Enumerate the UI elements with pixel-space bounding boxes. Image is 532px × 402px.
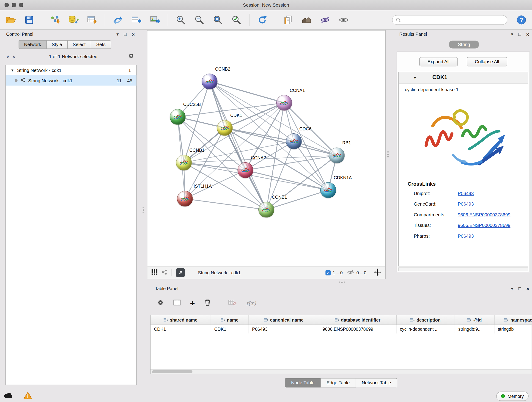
memory-button[interactable]: Memory — [496, 391, 529, 401]
tab-select[interactable]: Select — [68, 40, 91, 49]
network-node-ccna2[interactable] — [238, 162, 253, 178]
network-node-ccna1[interactable] — [276, 95, 292, 111]
panel-float-icon[interactable]: □ — [124, 32, 127, 37]
delete-table-icon[interactable] — [228, 299, 237, 307]
pan-crosshair-icon[interactable] — [374, 268, 381, 277]
network-node-cdkn1a[interactable] — [320, 182, 336, 198]
cell-name[interactable]: CDK1 — [211, 325, 249, 333]
tab-style[interactable]: Style — [46, 40, 68, 49]
warning-icon[interactable] — [23, 392, 32, 401]
panel-float-icon[interactable]: □ — [519, 32, 521, 37]
zoom-fit-button[interactable] — [212, 14, 224, 26]
zoom-in-button[interactable] — [175, 14, 187, 26]
tab-network[interactable]: Network — [19, 40, 46, 49]
cell-database-identifier[interactable]: 9606.ENSP00000378699 — [319, 325, 396, 333]
panel-menu-icon[interactable]: ▾ — [511, 286, 513, 291]
network-node-cdc25b[interactable] — [170, 109, 186, 125]
import-network-database-button[interactable] — [68, 14, 80, 26]
expand-all-button[interactable]: Expand All — [419, 57, 458, 66]
results-scrollbar[interactable] — [399, 268, 528, 271]
scrollbar-thumb[interactable] — [152, 370, 192, 374]
network-options-gear-icon[interactable] — [128, 53, 134, 60]
results-tab-string[interactable]: String — [449, 41, 479, 49]
zoom-out-button[interactable] — [194, 14, 205, 26]
apply-function-icon[interactable]: f(x) — [246, 300, 256, 307]
column-header[interactable]: database identifier — [319, 315, 396, 325]
column-header[interactable]: name — [211, 315, 249, 325]
import-table-file-button[interactable] — [86, 14, 98, 26]
table-row[interactable]: CDK1 CDK1 P06493 9606.ENSP00000378699 cy… — [151, 325, 532, 333]
panel-close-icon[interactable]: × — [526, 286, 529, 292]
apply-layout-button[interactable] — [256, 14, 268, 26]
network-node-ccnb1[interactable] — [176, 155, 192, 171]
open-session-button[interactable] — [5, 14, 17, 26]
collapse-entry-icon[interactable]: ▼ — [413, 76, 417, 80]
network-node-rb1[interactable] — [329, 148, 345, 163]
import-network-file-button[interactable] — [49, 14, 61, 26]
cell-shared-name[interactable]: CDK1 — [151, 325, 211, 333]
search-input[interactable] — [403, 17, 504, 22]
panel-menu-icon[interactable]: ▾ — [511, 32, 513, 37]
left-splitter-handle[interactable] — [142, 206, 145, 214]
tab-sets[interactable]: Sets — [91, 40, 111, 49]
crosslink-link[interactable]: P06493 — [458, 201, 474, 207]
panel-close-icon[interactable]: × — [132, 31, 135, 37]
grid-view-icon[interactable] — [152, 269, 158, 276]
column-header[interactable]: description — [396, 315, 455, 325]
panel-float-icon[interactable]: □ — [519, 286, 521, 291]
column-header[interactable]: shared name — [151, 315, 211, 325]
expand-all-icon[interactable]: ∨ — [6, 54, 9, 59]
column-header[interactable]: canonical name — [249, 315, 319, 325]
graphics-details-button[interactable] — [301, 14, 312, 26]
add-column-icon[interactable]: + — [190, 300, 195, 306]
column-header[interactable]: @id — [455, 315, 494, 325]
table-settings-gear-icon[interactable] — [157, 299, 164, 307]
crosslink-link[interactable]: 9606.ENSP00000378699 — [458, 212, 510, 217]
column-header[interactable]: namespac — [494, 315, 532, 325]
cell-namespace[interactable]: stringdb — [494, 325, 532, 333]
collapse-all-button[interactable]: Collapse All — [467, 57, 507, 66]
cloud-icon[interactable] — [3, 392, 13, 400]
right-splitter-handle[interactable] — [386, 151, 390, 158]
tab-node-table[interactable]: Node Table — [285, 378, 321, 388]
selected-checkbox-icon[interactable]: ✓ — [326, 270, 331, 275]
crosslink-link[interactable]: P06493 — [458, 191, 474, 196]
document-report-button[interactable] — [282, 14, 294, 26]
minimize-window-button[interactable] — [12, 3, 16, 7]
network-overview-icon[interactable] — [162, 269, 167, 276]
table-horizontal-scrollbar[interactable] — [151, 369, 532, 374]
bottom-splitter-handle[interactable] — [338, 281, 346, 284]
close-window-button[interactable] — [5, 3, 9, 7]
network-canvas[interactable]: CCNB2CCNA1CDC25BCDK1CDC6RB1CCNB1CCNA2CDK… — [147, 31, 385, 266]
cell-canonical-name[interactable]: P06493 — [249, 325, 319, 333]
help-button[interactable]: ? — [515, 14, 527, 26]
tab-edge-table[interactable]: Edge Table — [321, 378, 356, 388]
network-row[interactable]: String Network - cdk1 11 48 — [6, 75, 137, 86]
network-collection-row[interactable]: ▼ String Network - cdk1 1 — [6, 65, 137, 75]
hidden-eye-icon[interactable] — [347, 269, 355, 276]
network-node-cdc6[interactable] — [286, 133, 302, 149]
crosslink-link[interactable]: 9606.ENSP00000378699 — [458, 223, 510, 228]
panel-menu-icon[interactable]: ▾ — [116, 32, 119, 37]
gene-entry-header[interactable]: ▼ CDK1 — [399, 72, 528, 84]
tree-caret-icon[interactable]: ▼ — [11, 68, 14, 72]
export-network-button[interactable] — [112, 14, 124, 26]
crosslink-link[interactable]: P06493 — [458, 234, 474, 239]
collapse-all-icon[interactable]: ∧ — [12, 54, 15, 59]
open-in-new-window-button[interactable] — [176, 268, 185, 277]
zoom-selected-button[interactable] — [231, 14, 242, 26]
delete-column-icon[interactable] — [204, 299, 211, 308]
network-node-cdk1[interactable] — [217, 120, 233, 136]
split-columns-icon[interactable] — [173, 299, 181, 307]
cell-id[interactable]: stringdb:9... — [455, 325, 494, 333]
export-table-button[interactable] — [131, 14, 142, 26]
panel-close-icon[interactable]: × — [526, 31, 529, 37]
network-node-ccnb2[interactable] — [202, 74, 218, 89]
show-all-button[interactable] — [338, 14, 350, 26]
network-node-ccne1[interactable] — [259, 202, 274, 218]
cell-description[interactable]: cyclin-dependent ... — [396, 325, 455, 333]
tab-network-table[interactable]: Network Table — [356, 378, 397, 388]
save-session-button[interactable] — [23, 14, 35, 26]
network-node-hist1h1a[interactable] — [177, 191, 193, 207]
export-image-button[interactable] — [149, 14, 161, 26]
